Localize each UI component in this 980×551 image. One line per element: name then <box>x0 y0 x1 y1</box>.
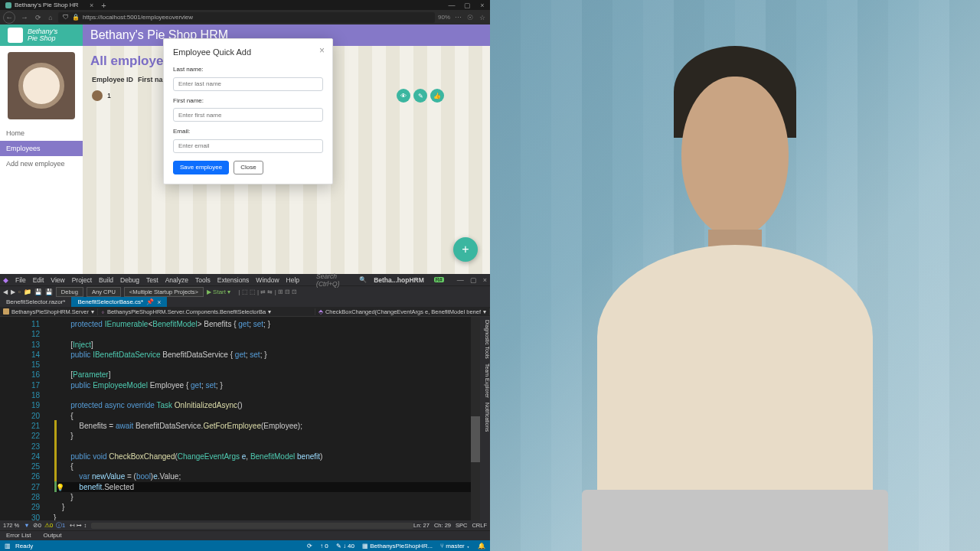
vs-search-input[interactable]: Search (Ctrl+Q) <box>316 272 352 288</box>
resharper-badge: R# <box>434 277 444 282</box>
url-input[interactable]: 🛡 🔒 https://localhost:5001/employeeoverv… <box>58 12 435 23</box>
horizontal-scrollbar[interactable] <box>91 523 413 529</box>
first-name-input[interactable] <box>173 108 323 122</box>
startup-dropdown[interactable]: <Multiple Startup Projects> <box>124 287 204 297</box>
indent-mode: SPC <box>456 522 467 529</box>
editor-tab[interactable]: BenefitSelector.razor* <box>0 297 71 307</box>
menu-edit[interactable]: Edit <box>33 276 44 284</box>
edit-icon[interactable]: ✎ <box>413 89 427 103</box>
outgoing-commits[interactable]: ↑ 0 <box>320 543 328 549</box>
reload-icon[interactable]: ⟳ <box>34 13 43 22</box>
menu-build[interactable]: Build <box>99 276 113 284</box>
tab-error-list[interactable]: Error List <box>0 531 37 540</box>
menu-analyze[interactable]: Analyze <box>165 276 188 284</box>
vs-minimize-icon[interactable]: — <box>457 276 464 284</box>
back-icon[interactable]: ← <box>3 11 15 24</box>
config-dropdown[interactable]: Debug <box>56 287 83 297</box>
branch-name[interactable]: ⑂ master ▾ <box>440 543 470 549</box>
pin-icon[interactable]: 📌 <box>146 298 154 305</box>
nav-item-home[interactable]: Home <box>0 126 83 141</box>
tab-favicon-icon <box>5 2 11 8</box>
lightbulb-icon[interactable]: 💡 <box>56 484 64 491</box>
editor-tab[interactable]: BenefitSelectorBase.cs* 📌 × <box>71 297 167 307</box>
user-avatar <box>8 52 75 119</box>
vs-close-icon[interactable]: × <box>483 276 487 284</box>
menu-help[interactable]: Help <box>286 276 299 284</box>
window-maximize-icon[interactable]: ▢ <box>459 2 475 9</box>
last-name-input[interactable] <box>173 77 323 91</box>
window-close-icon[interactable]: × <box>475 2 490 9</box>
decorative-photo <box>490 0 980 551</box>
menu-debug[interactable]: Debug <box>120 276 139 284</box>
last-name-label: Last name: <box>173 66 323 73</box>
cursor-line: Ln: 27 <box>413 522 430 529</box>
search-icon[interactable]: 🔍 <box>359 276 367 283</box>
code-area[interactable]: protected IEnumerable<BenefitModel> Bene… <box>54 317 490 520</box>
tab-title: Bethany's Pie Shop HR <box>15 2 78 8</box>
browser-window: Bethany's Pie Shop HR × + — ▢ × ← → ⟳ ⌂ … <box>0 0 490 274</box>
tab-close-icon[interactable]: × <box>90 2 93 9</box>
vs-editor-statusbar: 172 % ▼ ⊘0 ⚠0 ⓘ1 ↤ ↦ ↕ Ln: 27 Ch: 29 SPC… <box>0 520 490 530</box>
vs-toolbar: ◀ ▶ ▫ 📁 💾 💾 Debug Any CPU <Multiple Star… <box>0 285 490 297</box>
menu-view[interactable]: View <box>51 276 64 284</box>
menu-file[interactable]: File <box>15 276 26 284</box>
save-icon[interactable]: 💾 <box>34 289 42 295</box>
new-tab-button[interactable]: + <box>96 1 110 10</box>
tab-close-icon[interactable]: × <box>157 298 161 306</box>
tab-output[interactable]: Output <box>37 531 67 540</box>
home-icon[interactable]: ⌂ <box>46 13 55 22</box>
menu-tools[interactable]: Tools <box>195 276 211 284</box>
menu-extensions[interactable]: Extensions <box>217 276 250 284</box>
vs-editor-tabs: BenefitSelector.razor*BenefitSelectorBas… <box>0 297 490 307</box>
new-file-icon[interactable]: ▫ <box>18 289 21 295</box>
browser-titlebar: Bethany's Pie Shop HR × + — ▢ × <box>0 0 490 10</box>
employee-quick-add-modal: Employee Quick Add × Last name: First na… <box>163 38 333 184</box>
thumbs-up-icon[interactable]: 👍 <box>430 89 444 103</box>
nav-back-icon[interactable]: ◀ <box>3 289 8 295</box>
sync-icon[interactable]: ⟳ <box>307 543 312 549</box>
start-button[interactable]: ▶ Start ▾ <box>207 289 230 295</box>
vs-right-toolwindows[interactable]: Diagnostic ToolsTeam ExplorerNotificatio… <box>480 317 490 520</box>
reader-icon[interactable]: ☉ <box>466 13 475 22</box>
nav-item-employees[interactable]: Employees <box>0 141 83 156</box>
crumb-method[interactable]: ⬘CheckBoxChanged(ChangeEventArgs e, Bene… <box>315 308 490 315</box>
crumb-namespace[interactable]: ⬨BethanysPieShopHRM.Server.Components.Be… <box>98 308 315 315</box>
window-minimize-icon[interactable]: — <box>444 2 459 9</box>
nav-item-add-new-employee[interactable]: Add new employee <box>0 156 83 171</box>
notifications-icon[interactable]: 🔔 <box>478 543 485 549</box>
menu-project[interactable]: Project <box>72 276 92 284</box>
pending-changes[interactable]: ✎ ↓ 40 <box>336 543 354 549</box>
app-logo-icon <box>8 28 23 43</box>
menu-window[interactable]: Window <box>256 276 279 284</box>
crumb-project[interactable]: BethanysPieShopHRM.Server ▾ <box>0 308 98 315</box>
browser-tab[interactable]: Bethany's Pie Shop HR × <box>0 1 96 9</box>
nav-fwd-icon[interactable]: ▶ <box>11 289 15 295</box>
save-all-icon[interactable]: 💾 <box>45 289 53 295</box>
save-employee-button[interactable]: Save employee <box>173 161 229 174</box>
browser-toolbar: ← → ⟳ ⌂ 🛡 🔒 https://localhost:5001/emplo… <box>0 10 490 24</box>
email-label: Email: <box>173 128 323 135</box>
add-fab-button[interactable]: + <box>453 237 478 262</box>
vs-maximize-icon[interactable]: ▢ <box>470 276 477 284</box>
repo-name[interactable]: ▦ BethanysPieShopHR... <box>362 543 433 549</box>
vs-logo-icon: ◆ <box>3 276 8 284</box>
shield-icon: 🛡 <box>63 14 69 21</box>
star-icon[interactable]: ☆ <box>478 13 487 22</box>
email-input[interactable] <box>173 139 323 153</box>
view-icon[interactable]: 👁 <box>397 89 410 103</box>
zoom-level[interactable]: 172 % <box>3 522 19 529</box>
menu-test[interactable]: Test <box>146 276 158 284</box>
close-button[interactable]: Close <box>234 161 263 174</box>
forward-icon: → <box>18 11 31 24</box>
status-ready: Ready <box>15 543 33 549</box>
platform-dropdown[interactable]: Any CPU <box>87 287 121 297</box>
cursor-col: Ch: 29 <box>434 522 451 529</box>
modal-close-icon[interactable]: × <box>319 45 325 56</box>
sidebar: HomeEmployeesAdd new employee <box>0 46 83 274</box>
open-icon[interactable]: 📁 <box>24 289 31 295</box>
vertical-scrollbar[interactable] <box>471 317 480 520</box>
app-brand: Bethany's Pie Shop <box>28 28 57 42</box>
more-icon[interactable]: ⋯ <box>453 13 462 22</box>
vs-code-editor[interactable]: ToolboxServer ExplorerTest Explorer 1112… <box>0 317 490 520</box>
first-name-label: First name: <box>173 97 323 104</box>
